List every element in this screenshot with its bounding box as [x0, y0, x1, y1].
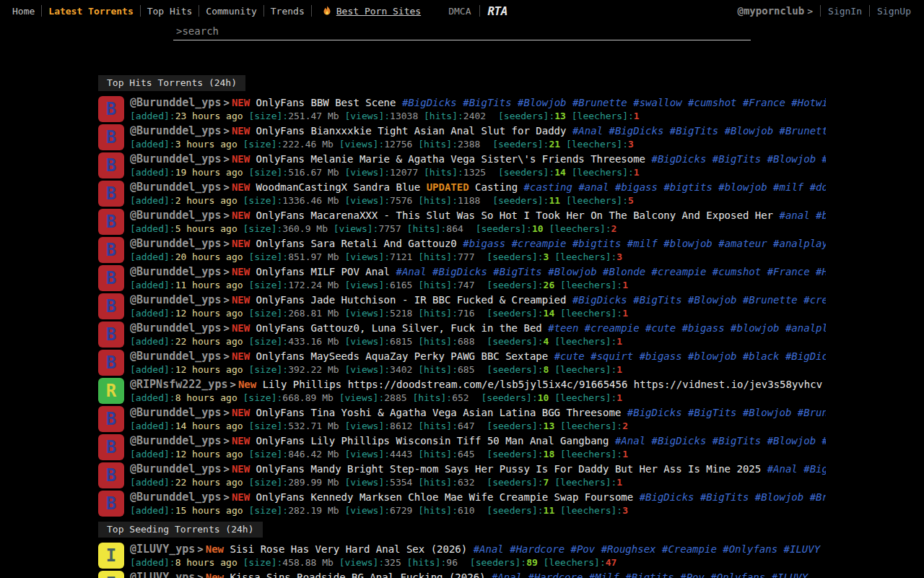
nav-item-top-hits[interactable]: Top Hits — [141, 6, 199, 17]
uploader-link[interactable]: @Burunddel_yps — [130, 350, 221, 363]
nav-item-home[interactable]: Home — [6, 6, 41, 17]
uploader-link[interactable]: @Burunddel_yps — [130, 152, 221, 165]
stat-leechers-value: 2 — [611, 223, 617, 234]
nav-item-community[interactable]: Community — [199, 6, 263, 17]
user-avatar[interactable]: R — [98, 378, 124, 404]
tag-list: #BigDicks #BigTits #Blowjob #Brunette #s… — [627, 407, 826, 418]
torrent-title-line[interactable]: @ILUVY_yps>New Kissa Sins Roadside BG An… — [130, 571, 826, 578]
signin-button[interactable]: SignIn — [821, 6, 869, 17]
torrent-title-line[interactable]: @Burunddel_yps>NEW Onlyfans MILF POV Ana… — [130, 265, 826, 279]
uploader-link[interactable]: @Burunddel_yps — [130, 491, 221, 504]
arrow-separator-icon: > — [221, 97, 231, 108]
nav-item-trends[interactable]: Trends — [264, 6, 311, 17]
stat-size-label: [size]: — [248, 420, 288, 431]
uploader-link[interactable]: @Burunddel_yps — [130, 96, 221, 109]
torrent-title-line[interactable]: @Burunddel_yps>NEW OnlyFans BBW Best Sce… — [130, 96, 826, 110]
brand-link[interactable]: @mypornclub — [738, 5, 808, 17]
stat-size-value: 1336.46 Mb — [282, 195, 339, 206]
arrow-separator-icon: > — [221, 407, 231, 418]
user-avatar[interactable]: B — [98, 322, 124, 348]
stat-views-label: [views]: — [334, 223, 379, 234]
stat-hits-value: 747 — [458, 280, 474, 290]
torrent-stats: [added]:11 hours ago [size]:172.24 Mb [v… — [130, 279, 826, 291]
torrent-title-line[interactable]: @Burunddel_yps>NEW Onlyfans Sara Retali … — [130, 237, 826, 251]
promo-link-best-porn-sites[interactable]: Best Porn Sites — [322, 6, 421, 17]
uploader-link[interactable]: @ILUVY_yps — [130, 571, 195, 578]
stat-added-label: [added]: — [130, 251, 175, 262]
uploader-link[interactable]: @ILUVY_yps — [130, 543, 195, 556]
user-avatar[interactable]: B — [98, 434, 124, 460]
uploader-link[interactable]: @Burunddel_yps — [130, 124, 221, 137]
torrent-title-line[interactable]: @Burunddel_yps>NEW OnlyFans Jade Hutchis… — [130, 293, 826, 307]
user-avatar[interactable]: B — [98, 265, 124, 291]
rta-logo[interactable]: RTA — [480, 4, 514, 18]
stat-leechers-value: 3 — [622, 505, 628, 516]
torrent-title-line[interactable]: @Burunddel_yps>NEW Onlyfans MaySeeds Aqu… — [130, 350, 826, 363]
torrent-title-line[interactable]: @Burunddel_yps>NEW OnlyFans Tina Yoshi &… — [130, 406, 826, 420]
torrent-title-line[interactable]: @Burunddel_yps>NEW OnlyFans Kennedy Mark… — [130, 491, 826, 504]
uploader-link[interactable]: @Burunddel_yps — [130, 237, 221, 250]
stat-leechers-label: [leechers]: — [554, 392, 616, 403]
tag-list: #teen #creampie #cute #bigass #blowjob #… — [548, 322, 826, 334]
stat-seeders-value: 8 — [544, 364, 549, 375]
torrent-title-line[interactable]: @Burunddel_yps>NEW OnlyFans MacarenaXXX … — [130, 209, 826, 223]
user-avatar[interactable]: B — [98, 293, 124, 319]
stat-added-value: 2 hours ago — [175, 195, 237, 206]
stat-added-label: [added]: — [130, 557, 175, 568]
stat-hits-label: [hits]: — [424, 111, 463, 121]
torrent-title-line[interactable]: @RIPNsfw222_yps>New Lily Phillips https:… — [130, 378, 826, 392]
arrow-separator-icon: > — [195, 543, 205, 555]
stat-hits-label: [hits]: — [418, 364, 458, 375]
user-avatar[interactable]: B — [98, 96, 124, 122]
user-avatar[interactable]: I — [98, 543, 124, 569]
user-avatar[interactable]: B — [98, 181, 124, 207]
arrow-separator-icon: > — [227, 379, 237, 390]
torrent-row: B@Burunddel_yps>NEW OnlyFans BBW Best Sc… — [98, 96, 826, 122]
uploader-link[interactable]: @Burunddel_yps — [130, 462, 221, 475]
uploader-link[interactable]: @Burunddel_yps — [130, 322, 221, 335]
stat-size-value: 458.88 Mb — [282, 557, 333, 568]
user-avatar[interactable]: B — [98, 491, 124, 517]
uploader-link[interactable]: @Burunddel_yps — [130, 181, 221, 194]
tag-list: #BigDicks #BigTits #Blowjob #Brunette #s… — [402, 97, 826, 108]
torrent-title-line[interactable]: @ILUVY_yps>New Sisi Rose Has Very Hard A… — [130, 543, 826, 556]
stat-seeders-value: 14 — [554, 167, 566, 178]
torrent-title-line[interactable]: @Burunddel_yps>NEW WoodmanCastingX Sandr… — [130, 181, 826, 194]
torrent-title-line[interactable]: @Burunddel_yps>NEW OnlyFans Mandy Bright… — [130, 462, 826, 476]
uploader-link[interactable]: @Burunddel_yps — [130, 406, 221, 419]
torrent-stats: [added]:12 hours ago [size]:846.42 Mb [v… — [130, 448, 826, 460]
user-avatar[interactable]: B — [98, 406, 124, 432]
torrent-title-line[interactable]: @Burunddel_yps>NEW OnlyFans Gattouz0, Lu… — [130, 322, 826, 335]
stat-added-label: [added]: — [130, 505, 175, 516]
nav-item-latest-torrents[interactable]: Latest Torrents — [42, 6, 139, 17]
stat-added-value: 20 hours ago — [175, 251, 243, 262]
search-input[interactable] — [173, 23, 751, 40]
user-avatar[interactable]: B — [98, 209, 124, 235]
stat-leechers-label: [leechers]: — [566, 195, 628, 206]
user-avatar[interactable]: B — [98, 152, 124, 178]
uploader-link[interactable]: @Burunddel_yps — [130, 265, 221, 278]
stat-leechers-value: 1 — [616, 392, 622, 403]
user-avatar[interactable]: I — [98, 571, 124, 578]
stat-size-value: 172.24 Mb — [288, 280, 339, 290]
torrent-title-line[interactable]: @Burunddel_yps>NEW OnlyFans Melanie Mari… — [130, 152, 826, 166]
user-avatar[interactable]: B — [98, 237, 124, 263]
stat-seeders-value: 26 — [544, 280, 555, 290]
dmca-link[interactable]: DMCA — [440, 6, 479, 17]
stat-views-label: [views]: — [344, 420, 390, 431]
uploader-link[interactable]: @Burunddel_yps — [130, 434, 221, 447]
signup-button[interactable]: SignUp — [870, 6, 918, 17]
user-avatar[interactable]: B — [98, 462, 124, 488]
torrent-row: R@RIPNsfw222_yps>New Lily Phillips https… — [98, 378, 826, 404]
torrent-title-line[interactable]: @Burunddel_yps>NEW OnlyFans Lily Phillip… — [130, 434, 826, 448]
uploader-link[interactable]: @Burunddel_yps — [130, 293, 221, 306]
uploader-link[interactable]: @RIPNsfw222_yps — [130, 378, 227, 391]
torrent-row: B@Burunddel_yps>NEW OnlyFans Gattouz0, L… — [98, 322, 826, 348]
stat-leechers-value: 1 — [634, 167, 640, 178]
user-avatar[interactable]: B — [98, 350, 124, 376]
torrent-title-line[interactable]: @Burunddel_yps>NEW OnlyFans Bianxxxkie T… — [130, 124, 826, 138]
torrent-stats: [added]:20 hours ago [size]:851.97 Mb [v… — [130, 251, 826, 263]
stat-hits-value: 645 — [458, 449, 474, 460]
user-avatar[interactable]: B — [98, 124, 124, 150]
uploader-link[interactable]: @Burunddel_yps — [130, 209, 221, 222]
